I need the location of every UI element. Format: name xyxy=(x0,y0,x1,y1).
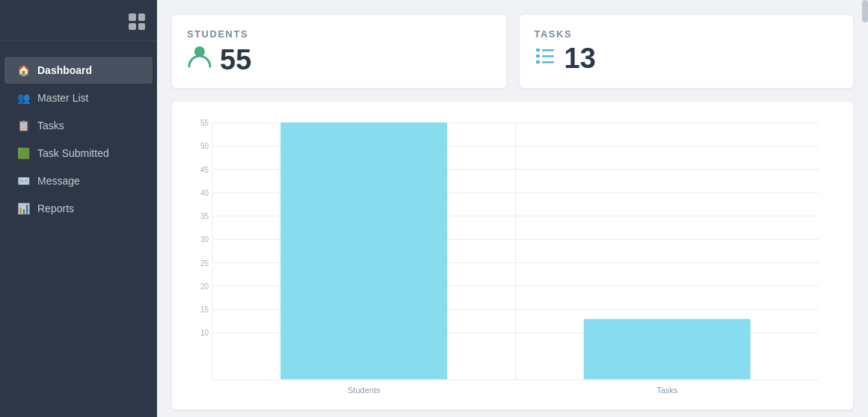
svg-rect-4 xyxy=(542,55,554,58)
sidebar-item-label-master-list: Master List xyxy=(37,92,88,104)
svg-text:25: 25 xyxy=(200,259,209,268)
chart-container: 10152025303540455055StudentsTasks xyxy=(184,112,841,405)
svg-text:35: 35 xyxy=(200,212,209,220)
sidebar-item-dashboard[interactable]: 🏠Dashboard xyxy=(4,57,153,84)
stat-header-tasks: TASKS xyxy=(535,28,833,40)
stat-body-students: 55 xyxy=(187,44,485,75)
svg-text:45: 45 xyxy=(200,166,209,174)
svg-text:15: 15 xyxy=(200,306,209,314)
svg-text:20: 20 xyxy=(200,282,209,291)
svg-rect-27 xyxy=(280,123,447,380)
stat-card-tasks: TASKS 13 xyxy=(520,15,854,88)
svg-text:30: 30 xyxy=(200,235,209,244)
sidebar-item-label-task-submitted: Task Submitted xyxy=(37,147,109,159)
sidebar-item-master-list[interactable]: 👥Master List xyxy=(4,84,153,111)
bar-chart: 10152025303540455055StudentsTasks xyxy=(184,112,841,405)
master-list-icon: 👥 xyxy=(16,92,30,104)
svg-text:10: 10 xyxy=(200,329,209,337)
stats-row: STUDENTS 55TASKS 13 xyxy=(172,15,853,88)
grid-icon[interactable] xyxy=(129,13,145,30)
task-submitted-icon: 🟩 xyxy=(16,147,30,159)
svg-text:55: 55 xyxy=(200,119,209,127)
main-content: STUDENTS 55TASKS 13 10152025303540455055… xyxy=(157,0,868,417)
reports-icon: 📊 xyxy=(16,203,30,214)
svg-rect-6 xyxy=(542,61,554,64)
sidebar-item-label-dashboard: Dashboard xyxy=(37,64,92,76)
stat-value-tasks: 13 xyxy=(564,44,596,72)
sidebar-item-reports[interactable]: 📊Reports xyxy=(4,195,153,222)
stat-body-tasks: 13 xyxy=(535,44,833,72)
sidebar-item-message[interactable]: ✉️Message xyxy=(4,167,153,194)
chart-card: 10152025303540455055StudentsTasks xyxy=(172,102,853,410)
sidebar-menu-label xyxy=(0,41,157,56)
sidebar-item-label-tasks: Tasks xyxy=(37,120,64,132)
svg-rect-2 xyxy=(542,49,554,52)
svg-text:50: 50 xyxy=(200,142,209,150)
svg-rect-29 xyxy=(584,319,751,380)
sidebar-item-tasks[interactable]: 📋Tasks xyxy=(4,112,153,139)
message-icon: ✉️ xyxy=(16,175,30,187)
sidebar: 🏠Dashboard👥Master List📋Tasks🟩Task Submit… xyxy=(0,0,157,417)
tasks-icon: 📋 xyxy=(16,120,30,132)
svg-text:Tasks: Tasks xyxy=(656,386,678,395)
svg-text:40: 40 xyxy=(200,189,209,197)
stat-card-students: STUDENTS 55 xyxy=(172,15,506,88)
sidebar-item-label-reports: Reports xyxy=(37,203,74,214)
dashboard-icon: 🏠 xyxy=(16,64,30,76)
sidebar-header xyxy=(0,0,157,41)
scrollbar-thumb[interactable] xyxy=(862,0,868,22)
svg-rect-1 xyxy=(536,49,540,52)
sidebar-nav: 🏠Dashboard👥Master List📋Tasks🟩Task Submit… xyxy=(0,56,157,223)
svg-text:Students: Students xyxy=(348,386,381,395)
students-stat-icon xyxy=(187,44,212,75)
sidebar-item-task-submitted[interactable]: 🟩Task Submitted xyxy=(4,140,153,167)
sidebar-item-label-message: Message xyxy=(37,175,80,187)
svg-rect-3 xyxy=(536,55,540,58)
tasks-stat-icon xyxy=(535,45,557,72)
stat-header-students: STUDENTS xyxy=(187,28,485,40)
svg-rect-5 xyxy=(536,61,540,64)
stat-value-students: 55 xyxy=(220,46,251,74)
scrollbar[interactable] xyxy=(862,0,868,417)
